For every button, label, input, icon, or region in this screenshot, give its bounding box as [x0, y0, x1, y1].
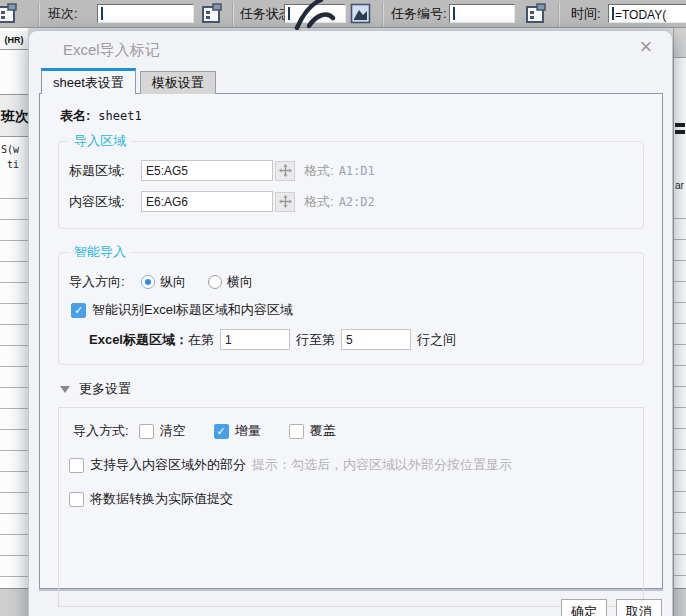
tab-sheet-settings[interactable]: sheet表设置: [41, 68, 136, 94]
range-to-text: 行至第: [296, 331, 335, 349]
task-number-input[interactable]: [449, 4, 515, 23]
title-region-input[interactable]: [141, 160, 273, 181]
background-toolbar: 班次: 任务状态: 任务编号:: [0, 0, 686, 28]
time-formula-input[interactable]: =TODAY(: [608, 4, 686, 23]
content-region-label: 内容区域:: [69, 193, 141, 211]
excel-import-dialog: Excel导入标记 × sheet表设置 模板设置 表名: sheet1 导入区…: [28, 30, 673, 616]
radio-horizontal-label[interactable]: 横向: [227, 273, 253, 291]
select-region-button[interactable]: [275, 192, 295, 212]
text-caret: [453, 7, 455, 20]
background-header-text: 班次: [1, 108, 28, 126]
tab-label: sheet表设置: [53, 74, 124, 92]
background-text-blob: [675, 123, 685, 127]
mode-increment-label[interactable]: 增量: [235, 422, 261, 440]
background-spreadsheet-right: ar: [673, 28, 686, 616]
outside-region-row: 支持导入内容区域外的部分 提示：勾选后，内容区域以外部分按位置显示: [69, 456, 633, 474]
title-region-label: 标题区域:: [69, 162, 141, 180]
time-label: 时间:: [571, 0, 601, 28]
radio-horizontal[interactable]: [208, 275, 222, 289]
shift-label: 班次:: [48, 0, 78, 28]
picture-chart-icon[interactable]: [350, 3, 374, 27]
outside-region-hint: 提示：勾选后，内容区域以外部分按位置显示: [252, 456, 512, 474]
toolbar-separator: [382, 2, 383, 26]
background-status-band: [674, 588, 686, 616]
smart-import-group: 智能导入 导入方向: 纵向 横向 智能识别Excel标题区域和内容区域 Exce…: [58, 243, 644, 365]
radio-vertical[interactable]: [141, 275, 155, 289]
background-cell-hr: (HR): [0, 31, 28, 50]
tab-panel: 表名: sheet1 导入区域 标题区域: 格式:: [39, 93, 663, 589]
sheet-name-value: sheet1: [98, 109, 141, 123]
sheet-name-row: 表名: sheet1: [60, 106, 648, 126]
mode-overwrite-checkbox[interactable]: [289, 424, 304, 439]
toolbar-separator: [38, 2, 39, 26]
content-region-input[interactable]: [141, 191, 273, 212]
range-to-input[interactable]: [341, 329, 411, 350]
actual-value-label[interactable]: 将数据转换为实际值提交: [90, 490, 233, 508]
mode-overwrite-label[interactable]: 覆盖: [310, 422, 336, 440]
header-range-row: Excel标题区域： 在第 行至第 行之间: [89, 329, 635, 350]
toolbar-separator: [232, 2, 233, 26]
smart-import-legend: 智能导入: [69, 243, 131, 261]
form-window-icon[interactable]: [200, 2, 224, 26]
background-column-header: 班次: [0, 94, 28, 137]
mode-clear-checkbox[interactable]: [139, 424, 154, 439]
tab-bar: sheet表设置 模板设置: [41, 68, 216, 94]
content-region-row: 内容区域: 格式: A2:D2: [69, 191, 635, 212]
format-value: A2:D2: [339, 195, 375, 209]
import-mode-row: 导入方式: 清空 增量 覆盖: [73, 422, 633, 440]
radio-vertical-label[interactable]: 纵向: [160, 273, 186, 291]
form-window-icon[interactable]: [524, 2, 548, 26]
task-number-label: 任务编号:: [391, 0, 447, 28]
title-region-row: 标题区域: 格式: A1:D1: [69, 160, 635, 181]
range-from-text: 在第: [188, 331, 214, 349]
close-icon[interactable]: ×: [634, 33, 658, 61]
import-direction-row: 导入方向: 纵向 横向: [69, 273, 635, 291]
format-label: 格式:: [304, 162, 334, 180]
smart-detect-checkbox[interactable]: [71, 303, 86, 318]
move-crosshair-icon: [279, 164, 292, 177]
import-mode-label: 导入方式:: [73, 422, 129, 440]
ok-button[interactable]: 确定: [561, 599, 607, 616]
background-text-fragment: S(w: [1, 144, 29, 155]
mode-clear-label[interactable]: 清空: [160, 422, 186, 440]
actual-value-checkbox[interactable]: [69, 492, 84, 507]
import-direction-label: 导入方向:: [69, 273, 141, 291]
range-from-input[interactable]: [220, 329, 290, 350]
more-settings-toggle[interactable]: 更多设置: [60, 380, 648, 398]
text-caret: [101, 7, 103, 20]
text-caret: [612, 7, 614, 20]
format-label: 格式:: [304, 193, 334, 211]
import-region-legend: 导入区域: [69, 132, 131, 150]
form-window-icon[interactable]: [0, 2, 19, 26]
spreadsheet-row-lines: [0, 178, 28, 588]
background-text-fragment: ar: [675, 180, 686, 191]
range-end-text: 行之间: [417, 331, 456, 349]
sheet-name-label: 表名:: [60, 107, 90, 125]
actual-value-row: 将数据转换为实际值提交: [69, 490, 633, 508]
outside-region-checkbox[interactable]: [69, 458, 84, 473]
tab-label: 模板设置: [152, 74, 204, 92]
collapse-triangle-icon: [60, 386, 70, 393]
cancel-button[interactable]: 取消: [616, 599, 662, 616]
more-settings-box: 导入方式: 清空 增量 覆盖 支持导入内容区域外的部分 提示：勾选后，内容区域以…: [58, 407, 644, 607]
dialog-footer: 确定 取消: [561, 599, 662, 616]
toolbar-separator: [558, 2, 559, 26]
background-spreadsheet-left: (HR) 班次 S(w _ti: [0, 28, 28, 616]
task-status-input[interactable]: [284, 4, 346, 23]
time-formula-text: =TODAY(: [615, 8, 666, 22]
outside-region-label[interactable]: 支持导入内容区域外的部分: [90, 456, 246, 474]
mode-increment-checkbox[interactable]: [214, 424, 229, 439]
select-region-button[interactable]: [275, 161, 295, 181]
background-status-band: [0, 588, 28, 616]
background-text-fragment: _ti: [1, 159, 29, 170]
import-region-group: 导入区域 标题区域: 格式: A1:D1: [58, 132, 644, 229]
smart-detect-row: 智能识别Excel标题区域和内容区域: [71, 301, 635, 319]
dialog-title: Excel导入标记: [63, 41, 160, 60]
move-crosshair-icon: [279, 195, 292, 208]
header-range-label: Excel标题区域：: [89, 331, 188, 349]
smart-detect-label[interactable]: 智能识别Excel标题区域和内容区域: [92, 301, 293, 319]
shift-input[interactable]: [97, 4, 194, 23]
background-toolbar-edge: [674, 28, 686, 58]
more-settings-title: 更多设置: [79, 380, 131, 398]
tab-template-settings[interactable]: 模板设置: [140, 71, 216, 94]
